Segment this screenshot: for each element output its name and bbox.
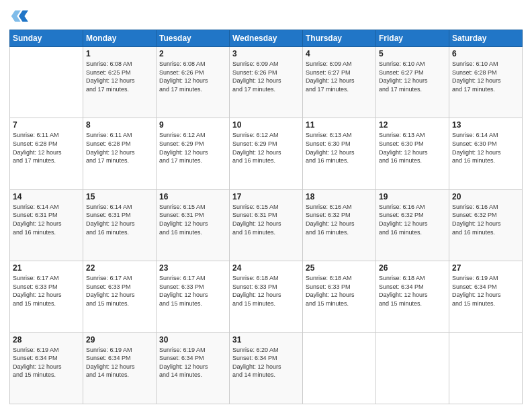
day-number: 13 (452, 120, 519, 130)
day-info: Sunrise: 6:18 AMSunset: 6:33 PMDaylight:… (232, 274, 300, 308)
day-info: Sunrise: 6:11 AMSunset: 6:28 PMDaylight:… (13, 131, 80, 165)
calendar-cell: 21Sunrise: 6:17 AMSunset: 6:33 PMDayligh… (10, 261, 83, 332)
day-header-wednesday: Wednesday (230, 30, 303, 47)
calendar-cell: 23Sunrise: 6:17 AMSunset: 6:33 PMDayligh… (157, 261, 230, 332)
day-info: Sunrise: 6:19 AMSunset: 6:34 PMDaylight:… (13, 346, 80, 379)
calendar-cell: 20Sunrise: 6:16 AMSunset: 6:32 PMDayligh… (449, 189, 523, 261)
day-number: 5 (379, 49, 446, 58)
calendar-cell: 6Sunrise: 6:10 AMSunset: 6:28 PMDaylight… (449, 47, 523, 118)
day-number: 30 (159, 335, 226, 345)
week-row-2: 14Sunrise: 6:14 AMSunset: 6:31 PMDayligh… (10, 189, 523, 261)
calendar-cell (303, 332, 376, 404)
day-number: 22 (86, 263, 153, 273)
calendar-cell: 28Sunrise: 6:19 AMSunset: 6:34 PMDayligh… (10, 332, 83, 404)
day-info: Sunrise: 6:15 AMSunset: 6:31 PMDaylight:… (159, 203, 226, 236)
calendar-table: SundayMondayTuesdayWednesdayThursdayFrid… (9, 30, 523, 404)
calendar-cell: 18Sunrise: 6:16 AMSunset: 6:32 PMDayligh… (303, 189, 376, 261)
day-number: 23 (159, 263, 226, 273)
calendar-cell: 3Sunrise: 6:09 AMSunset: 6:26 PMDaylight… (230, 47, 303, 118)
day-number: 14 (13, 192, 80, 201)
header (9, 7, 523, 26)
calendar-cell: 19Sunrise: 6:16 AMSunset: 6:32 PMDayligh… (376, 189, 449, 261)
day-number: 11 (306, 120, 373, 130)
day-info: Sunrise: 6:16 AMSunset: 6:32 PMDaylight:… (379, 203, 446, 236)
day-number: 21 (13, 263, 80, 273)
calendar-cell: 8Sunrise: 6:11 AMSunset: 6:28 PMDaylight… (83, 118, 157, 189)
calendar-cell: 7Sunrise: 6:11 AMSunset: 6:28 PMDaylight… (10, 118, 83, 189)
day-number: 3 (232, 49, 300, 58)
day-header-sunday: Sunday (10, 30, 83, 47)
calendar-cell: 25Sunrise: 6:18 AMSunset: 6:33 PMDayligh… (303, 261, 376, 332)
day-number: 18 (306, 192, 373, 201)
day-info: Sunrise: 6:19 AMSunset: 6:34 PMDaylight:… (159, 346, 226, 379)
day-info: Sunrise: 6:15 AMSunset: 6:31 PMDaylight:… (232, 203, 300, 236)
week-row-4: 28Sunrise: 6:19 AMSunset: 6:34 PMDayligh… (10, 332, 523, 404)
calendar-cell: 22Sunrise: 6:17 AMSunset: 6:33 PMDayligh… (83, 261, 157, 332)
day-number: 29 (86, 335, 153, 345)
day-info: Sunrise: 6:19 AMSunset: 6:34 PMDaylight:… (86, 346, 153, 379)
day-info: Sunrise: 6:16 AMSunset: 6:32 PMDaylight:… (452, 203, 519, 236)
day-header-friday: Friday (376, 30, 449, 47)
calendar-cell: 4Sunrise: 6:09 AMSunset: 6:27 PMDaylight… (303, 47, 376, 118)
day-number: 8 (86, 120, 153, 130)
day-info: Sunrise: 6:08 AMSunset: 6:25 PMDaylight:… (86, 60, 153, 93)
calendar-cell: 26Sunrise: 6:18 AMSunset: 6:34 PMDayligh… (376, 261, 449, 332)
day-header-saturday: Saturday (449, 30, 523, 47)
calendar-cell: 29Sunrise: 6:19 AMSunset: 6:34 PMDayligh… (83, 332, 157, 404)
calendar-cell: 12Sunrise: 6:13 AMSunset: 6:30 PMDayligh… (376, 118, 449, 189)
day-info: Sunrise: 6:12 AMSunset: 6:29 PMDaylight:… (232, 131, 300, 165)
day-number: 15 (86, 192, 153, 201)
day-info: Sunrise: 6:14 AMSunset: 6:30 PMDaylight:… (452, 131, 519, 165)
day-info: Sunrise: 6:09 AMSunset: 6:26 PMDaylight:… (232, 60, 300, 93)
day-info: Sunrise: 6:08 AMSunset: 6:26 PMDaylight:… (159, 60, 226, 93)
day-number: 26 (379, 263, 446, 273)
calendar-cell: 24Sunrise: 6:18 AMSunset: 6:33 PMDayligh… (230, 261, 303, 332)
day-number: 31 (232, 335, 300, 345)
header-row: SundayMondayTuesdayWednesdayThursdayFrid… (10, 30, 523, 47)
day-number: 17 (232, 192, 300, 201)
calendar-cell: 16Sunrise: 6:15 AMSunset: 6:31 PMDayligh… (157, 189, 230, 261)
logo (9, 7, 31, 26)
day-number: 4 (306, 49, 373, 58)
calendar-cell: 30Sunrise: 6:19 AMSunset: 6:34 PMDayligh… (157, 332, 230, 404)
day-number: 1 (86, 49, 153, 58)
day-info: Sunrise: 6:13 AMSunset: 6:30 PMDaylight:… (379, 131, 446, 165)
day-header-monday: Monday (83, 30, 157, 47)
week-row-3: 21Sunrise: 6:17 AMSunset: 6:33 PMDayligh… (10, 261, 523, 332)
day-info: Sunrise: 6:11 AMSunset: 6:28 PMDaylight:… (86, 131, 153, 165)
day-number: 19 (379, 192, 446, 201)
day-info: Sunrise: 6:14 AMSunset: 6:31 PMDaylight:… (13, 203, 80, 236)
day-info: Sunrise: 6:16 AMSunset: 6:32 PMDaylight:… (306, 203, 373, 236)
calendar-cell: 9Sunrise: 6:12 AMSunset: 6:29 PMDaylight… (157, 118, 230, 189)
day-number: 9 (159, 120, 226, 130)
calendar-cell: 11Sunrise: 6:13 AMSunset: 6:30 PMDayligh… (303, 118, 376, 189)
logo-icon (9, 7, 28, 26)
week-row-0: 1Sunrise: 6:08 AMSunset: 6:25 PMDaylight… (10, 47, 523, 118)
day-info: Sunrise: 6:10 AMSunset: 6:28 PMDaylight:… (452, 60, 519, 93)
calendar-cell: 2Sunrise: 6:08 AMSunset: 6:26 PMDaylight… (157, 47, 230, 118)
day-number: 12 (379, 120, 446, 130)
calendar-cell (10, 47, 83, 118)
day-header-tuesday: Tuesday (157, 30, 230, 47)
day-number: 6 (452, 49, 519, 58)
page-container: SundayMondayTuesdayWednesdayThursdayFrid… (0, 0, 532, 411)
calendar-cell (376, 332, 449, 404)
day-info: Sunrise: 6:10 AMSunset: 6:27 PMDaylight:… (379, 60, 446, 93)
day-info: Sunrise: 6:20 AMSunset: 6:34 PMDaylight:… (232, 346, 300, 379)
svg-marker-0 (19, 11, 28, 22)
day-number: 16 (159, 192, 226, 201)
day-number: 27 (452, 263, 519, 273)
day-number: 10 (232, 120, 300, 130)
day-info: Sunrise: 6:18 AMSunset: 6:33 PMDaylight:… (306, 274, 373, 308)
day-info: Sunrise: 6:17 AMSunset: 6:33 PMDaylight:… (159, 274, 226, 308)
calendar-cell: 13Sunrise: 6:14 AMSunset: 6:30 PMDayligh… (449, 118, 523, 189)
day-number: 24 (232, 263, 300, 273)
day-info: Sunrise: 6:13 AMSunset: 6:30 PMDaylight:… (306, 131, 373, 165)
week-row-1: 7Sunrise: 6:11 AMSunset: 6:28 PMDaylight… (10, 118, 523, 189)
calendar-cell: 15Sunrise: 6:14 AMSunset: 6:31 PMDayligh… (83, 189, 157, 261)
calendar-cell: 10Sunrise: 6:12 AMSunset: 6:29 PMDayligh… (230, 118, 303, 189)
calendar-cell: 17Sunrise: 6:15 AMSunset: 6:31 PMDayligh… (230, 189, 303, 261)
day-info: Sunrise: 6:18 AMSunset: 6:34 PMDaylight:… (379, 274, 446, 308)
calendar-cell (449, 332, 523, 404)
day-info: Sunrise: 6:12 AMSunset: 6:29 PMDaylight:… (159, 131, 226, 165)
